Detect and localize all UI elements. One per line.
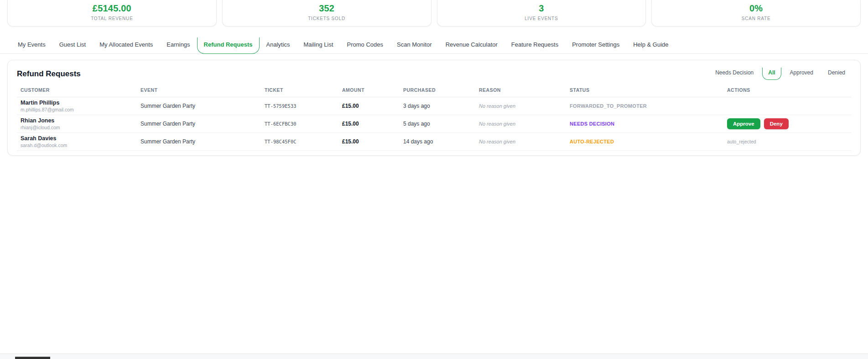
deny-button[interactable]: Deny — [764, 118, 789, 129]
footer-dark-bar — [15, 357, 50, 359]
filter-denied[interactable]: Denied — [822, 68, 851, 80]
tab-promo-codes[interactable]: Promo Codes — [340, 37, 390, 54]
amount-cell: £15.00 — [342, 138, 403, 145]
ticket-cell: TT-6ECFBC30 — [265, 121, 342, 127]
col-event: EVENT — [140, 87, 265, 93]
scan-rate-label: SCAN RATE — [652, 16, 860, 21]
col-customer: CUSTOMER — [21, 87, 140, 93]
tickets-sold-label: TICKETS SOLD — [223, 16, 431, 21]
ticket-cell: TT-5759E533 — [265, 103, 342, 109]
panel-header: Refund Requests Needs Decision All Appro… — [17, 68, 851, 80]
amount-cell: £15.00 — [342, 121, 403, 127]
tickets-sold-value: 352 — [223, 3, 431, 14]
actions-cell: auto_rejected — [727, 139, 847, 144]
customer-name: Sarah Davies — [21, 135, 140, 142]
col-purchased: PURCHASED — [403, 87, 479, 93]
filter-needs-decision[interactable]: Needs Decision — [709, 68, 759, 80]
live-events-label: LIVE EVENTS — [437, 16, 646, 21]
total-revenue-label: TOTAL REVENUE — [8, 16, 216, 21]
total-revenue-value: £5145.00 — [8, 3, 216, 14]
purchased-cell: 3 days ago — [403, 103, 479, 109]
col-ticket: TICKET — [265, 87, 342, 93]
status-badge: NEEDS DECISION — [570, 121, 727, 127]
tab-earnings[interactable]: Earnings — [160, 37, 197, 54]
customer-cell: Rhian Jones rhianj@icloud.com — [21, 117, 140, 130]
reason-cell: No reason given — [479, 121, 570, 127]
ticket-cell: TT-98C45F0C — [265, 139, 342, 144]
refund-requests-panel: Refund Requests Needs Decision All Appro… — [7, 60, 861, 156]
live-events-value: 3 — [437, 3, 646, 14]
customer-name: Rhian Jones — [21, 117, 140, 124]
purchased-cell: 5 days ago — [403, 121, 479, 127]
tab-my-allocated-events[interactable]: My Allocated Events — [93, 37, 160, 54]
table-row: Sarah Davies sarah.d@outlook.com Summer … — [17, 133, 851, 151]
actions-cell: Approve Deny — [727, 118, 847, 129]
stat-card-scan-rate: 0% SCAN RATE — [651, 0, 861, 26]
filter-all[interactable]: All — [762, 68, 781, 80]
tab-scan-monitor[interactable]: Scan Monitor — [390, 37, 439, 54]
tab-navigation: My Events Guest List My Allocated Events… — [0, 37, 868, 54]
tab-revenue-calculator[interactable]: Revenue Calculator — [439, 37, 504, 54]
col-amount: AMOUNT — [342, 87, 403, 93]
customer-cell: Sarah Davies sarah.d@outlook.com — [21, 135, 140, 148]
tab-my-events[interactable]: My Events — [11, 37, 52, 54]
status-filters: Needs Decision All Approved Denied — [709, 68, 851, 80]
customer-cell: Martin Phillips m.phillips.87@gmail.com — [21, 100, 140, 112]
tab-promoter-settings[interactable]: Promoter Settings — [565, 37, 626, 54]
footer-strip — [0, 354, 868, 359]
customer-email: rhianj@icloud.com — [21, 125, 140, 130]
reason-cell: No reason given — [479, 139, 570, 144]
tab-feature-requests[interactable]: Feature Requests — [504, 37, 565, 54]
status-badge: AUTO-REJECTED — [570, 139, 727, 144]
customer-name: Martin Phillips — [21, 100, 140, 106]
event-cell: Summer Garden Party — [140, 121, 265, 127]
event-cell: Summer Garden Party — [140, 138, 265, 145]
table-row: Rhian Jones rhianj@icloud.com Summer Gar… — [17, 115, 851, 133]
col-reason: REASON — [479, 87, 570, 93]
customer-email: sarah.d@outlook.com — [21, 143, 140, 148]
tab-refund-requests[interactable]: Refund Requests — [197, 37, 260, 54]
event-cell: Summer Garden Party — [140, 103, 265, 109]
scan-rate-value: 0% — [652, 3, 860, 14]
tab-analytics[interactable]: Analytics — [260, 37, 297, 54]
table-row: Martin Phillips m.phillips.87@gmail.com … — [17, 97, 851, 115]
customer-email: m.phillips.87@gmail.com — [21, 107, 140, 112]
col-actions: ACTIONS — [727, 87, 847, 93]
tab-guest-list[interactable]: Guest List — [52, 37, 93, 54]
auto-rejected-note: auto_rejected — [727, 139, 756, 144]
col-status: STATUS — [570, 87, 727, 93]
tab-help-guide[interactable]: Help & Guide — [626, 37, 675, 54]
tab-mailing-list[interactable]: Mailing List — [297, 37, 340, 54]
filter-approved[interactable]: Approved — [784, 68, 819, 80]
amount-cell: £15.00 — [342, 103, 403, 109]
reason-cell: No reason given — [479, 103, 570, 109]
page-title: Refund Requests — [17, 69, 81, 79]
stat-card-tickets-sold: 352 TICKETS SOLD — [222, 0, 431, 26]
refunds-table: CUSTOMER EVENT TICKET AMOUNT PURCHASED R… — [17, 84, 851, 151]
stats-row: £5145.00 TOTAL REVENUE 352 TICKETS SOLD … — [0, 0, 868, 26]
approve-button[interactable]: Approve — [727, 118, 760, 129]
purchased-cell: 14 days ago — [403, 138, 479, 145]
stat-card-total-revenue: £5145.00 TOTAL REVENUE — [7, 0, 217, 26]
stat-card-live-events: 3 LIVE EVENTS — [437, 0, 646, 26]
table-header-row: CUSTOMER EVENT TICKET AMOUNT PURCHASED R… — [17, 84, 851, 97]
status-badge: FORWARDED_TO_PROMOTER — [570, 103, 727, 109]
